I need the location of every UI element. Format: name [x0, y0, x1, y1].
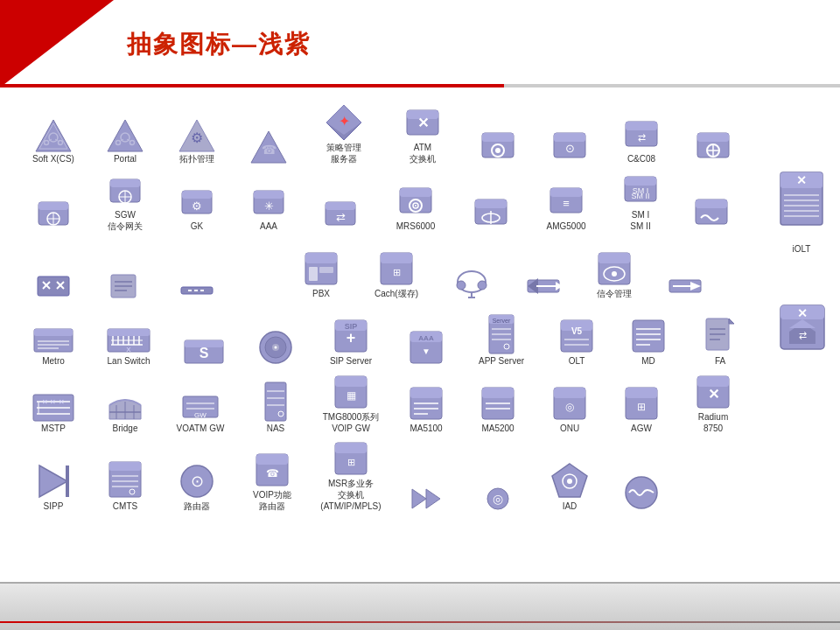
icon-cach[interactable]: ⊞ Cach(缓存): [357, 235, 436, 301]
amg5000-icon: ≡: [547, 182, 585, 220]
icon-sgw[interactable]: SGW 信令网关: [89, 168, 161, 234]
gk-icon: ⚙: [179, 186, 214, 220]
disk-icon: [256, 328, 295, 367]
svg-text:+: +: [346, 329, 356, 346]
icon-blank2[interactable]: ⊙: [534, 101, 606, 166]
svg-rect-183: [335, 376, 367, 387]
svg-marker-203: [39, 466, 67, 497]
icon-bridge[interactable]: Bridge: [89, 370, 161, 436]
icon-flat2[interactable]: [89, 235, 161, 301]
icon-tmg8000[interactable]: ▦ TMG8000系列 VOIP GW: [312, 370, 390, 436]
atm-icon: ✕: [403, 103, 442, 142]
icon-skip1[interactable]: [390, 448, 462, 514]
icon-wave2[interactable]: [606, 448, 677, 514]
icon-flat3[interactable]: [161, 235, 233, 301]
icon-olt[interactable]: V5 OLT: [541, 303, 612, 368]
icon-cmts[interactable]: CMTS: [89, 448, 161, 514]
sipp-icon: [36, 462, 71, 500]
icon-blank4[interactable]: ⇄: [304, 168, 376, 234]
icon-blank1[interactable]: [462, 101, 534, 166]
icon-portal[interactable]: Portal: [89, 101, 161, 166]
label-mstp: MSTP: [41, 423, 66, 434]
svg-rect-89: [319, 267, 333, 273]
side-iolt[interactable]: ✕ iOLT: [779, 171, 824, 254]
label-radium: Radium 8750: [698, 411, 728, 434]
icon-iad[interactable]: IAD: [534, 448, 606, 514]
icon-arrow-left[interactable]: [508, 235, 579, 301]
svg-point-61: [415, 205, 416, 206]
icon-blank5[interactable]: [455, 168, 527, 234]
icon-nas[interactable]: NAS: [240, 370, 312, 436]
svg-text:⚙: ⚙: [192, 200, 202, 213]
main-content: Soft X(CS) Portal ⚙ 拓扑管理: [0, 88, 840, 582]
icon-celve[interactable]: ✦ 策略管理 服务器: [304, 101, 383, 166]
icon-app-server[interactable]: Server APP Server: [462, 303, 541, 368]
icon-amg5000[interactable]: ≡ AMG5000: [527, 168, 606, 234]
icon-blank6[interactable]: [676, 168, 747, 234]
svg-text:⇄: ⇄: [336, 211, 346, 224]
icon-ma5200[interactable]: MA5200: [462, 370, 534, 436]
svg-marker-220: [426, 489, 440, 508]
svg-rect-55: [326, 202, 355, 210]
icon-arrow-right[interactable]: [649, 235, 721, 301]
side-arrow-box[interactable]: ✕ ⇄: [777, 302, 828, 353]
icon-soft-xcs[interactable]: Soft X(CS): [18, 101, 89, 166]
icon-xinling[interactable]: 信令管理: [579, 235, 649, 301]
icon-agw[interactable]: ⊞ AGW: [606, 370, 677, 436]
skip2-icon: ◎: [480, 486, 515, 512]
icon-radium[interactable]: ✕ Radium 8750: [677, 370, 749, 436]
icon-lan-switch[interactable]: X Lan Switch: [89, 303, 168, 368]
svg-rect-52: [254, 191, 284, 199]
icon-router[interactable]: ⊙ 路由器: [161, 448, 233, 514]
icon-ma5100[interactable]: MA5100: [390, 370, 462, 436]
icon-fa[interactable]: FA: [684, 303, 756, 368]
icon-blank3[interactable]: [677, 101, 749, 166]
icon-tri4[interactable]: ☎: [233, 101, 304, 166]
mstp-icon: ✕ ✕ ✕: [32, 393, 75, 423]
icon-headset[interactable]: [436, 235, 508, 301]
svg-rect-58: [400, 188, 431, 197]
svg-rect-70: [625, 177, 656, 186]
icon-aaa[interactable]: ✳ AAA: [233, 168, 304, 234]
svg-rect-39: [38, 202, 68, 210]
icon-s[interactable]: S: [168, 303, 240, 368]
icon-aaa-server[interactable]: AAA ▼: [390, 303, 462, 368]
svg-rect-87: [305, 253, 337, 263]
icon-mstp[interactable]: ✕ ✕ ✕ MSTP: [18, 370, 89, 436]
label-metro: Metro: [42, 355, 65, 367]
icon-gk[interactable]: ⚙ GK: [161, 168, 233, 234]
icon-metro[interactable]: Metro: [18, 303, 89, 368]
icon-msr[interactable]: ⊞ MSR多业务 交换机 (ATM/IP/MPLS): [312, 438, 390, 514]
cc08-icon: ⇄: [622, 115, 661, 153]
svg-rect-24: [482, 133, 514, 142]
icon-voip[interactable]: ☎ VOIP功能 路由器: [233, 448, 312, 514]
icon-sgw-blank[interactable]: [18, 168, 89, 234]
icon-flat1[interactable]: [18, 235, 89, 301]
app-server-icon: Server: [486, 313, 517, 355]
arrow-right-icon: [666, 273, 704, 299]
tri4-icon: ☎: [249, 130, 288, 164]
xinling-icon: [595, 249, 634, 288]
blank1-icon: [479, 126, 517, 164]
svg-text:✕: ✕: [797, 306, 808, 320]
svg-text:⊞: ⊞: [637, 401, 646, 413]
icon-smi[interactable]: SM I SM II SM I SM II: [606, 168, 676, 234]
icon-disk[interactable]: [240, 303, 312, 368]
icon-sip-server[interactable]: SIP + SIP Server: [312, 303, 390, 368]
icon-onu[interactable]: ◎ ONU: [534, 370, 606, 436]
svg-text:▼: ▼: [422, 346, 430, 356]
svg-text:◎: ◎: [565, 401, 574, 413]
icon-mrs6000[interactable]: MRS6000: [376, 168, 455, 234]
icon-atm[interactable]: ✕ ATM 交换机: [383, 101, 462, 166]
icon-md[interactable]: MD: [612, 303, 684, 368]
icon-sipp[interactable]: SIPP: [18, 448, 89, 514]
icon-cc08[interactable]: ⇄ C&C08: [606, 101, 677, 166]
icon-pbx[interactable]: PBX: [285, 235, 357, 301]
svg-point-225: [567, 479, 572, 484]
icon-skip2[interactable]: ◎: [462, 448, 534, 514]
icon-tuopu[interactable]: ⚙ 拓扑管理: [161, 101, 233, 166]
label-mrs6000: MRS6000: [396, 220, 435, 232]
svg-text:⊙: ⊙: [565, 142, 575, 155]
icon-voatm-gw[interactable]: GW VOATM GW: [161, 370, 240, 436]
svg-text:✳: ✳: [264, 200, 274, 213]
